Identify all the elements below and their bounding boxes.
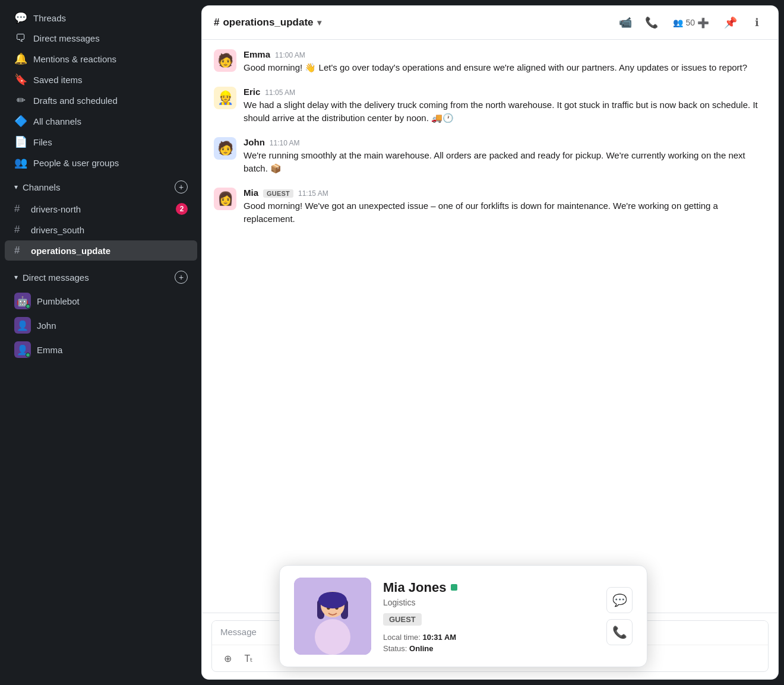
add-channel-button[interactable]: + — [175, 180, 188, 194]
channels-section-header[interactable]: ▾ Channels + — [5, 176, 197, 198]
phone-call-button[interactable]: 📞 — [642, 13, 661, 32]
members-icon: 👥 — [673, 18, 683, 27]
info-button[interactable]: ℹ — [747, 13, 766, 32]
sidebar-item-label: Saved items — [33, 75, 83, 85]
message-avatar: 🧑 — [214, 49, 236, 72]
pin-button[interactable]: 📌 — [721, 13, 740, 32]
message: 👷 Eric 11:05 AM We had a slight delay wi… — [214, 87, 766, 125]
unread-badge: 2 — [176, 203, 188, 215]
channels-section-label: Channels — [23, 182, 60, 192]
sidebar-item-label: Mentions & reactions — [33, 54, 116, 64]
threads-icon: 💬 — [14, 11, 27, 24]
svg-point-6 — [315, 619, 350, 655]
add-member-icon: ➕ — [697, 17, 709, 28]
dm-name: John — [37, 321, 56, 331]
sidebar: 💬 Threads 🗨 Direct messages 🔔 Mentions &… — [0, 0, 202, 685]
sidebar-item-all-channels[interactable]: 🔷 All channels — [5, 111, 197, 131]
online-dot — [26, 353, 30, 357]
profile-actions: 💬 📞 — [606, 587, 633, 645]
message-time: 11:10 AM — [270, 139, 300, 147]
sidebar-item-label: Files — [33, 137, 52, 147]
message-body: Eric 11:05 AM We had a slight delay with… — [244, 87, 766, 125]
status-value: Online — [409, 644, 433, 653]
message: 🧑 Emma 11:00 AM Good morning! 👋 Let's go… — [214, 49, 766, 75]
message-body: John 11:10 AM We're running smoothly at … — [244, 137, 766, 176]
message-time: 11:00 AM — [275, 51, 305, 59]
message-author: Eric — [244, 87, 260, 97]
profile-local-time: Local time: 10:31 AM — [383, 633, 595, 642]
profile-guest-badge: GUEST — [383, 613, 422, 626]
dm-section-header[interactable]: ▾ Direct messages + — [5, 266, 197, 288]
sidebar-item-mentions-reactions[interactable]: 🔔 Mentions & reactions — [5, 49, 197, 69]
message-avatar: 👷 — [214, 87, 236, 109]
sidebar-item-saved-items[interactable]: 🔖 Saved items — [5, 69, 197, 90]
profile-status: Status: Online — [383, 644, 595, 653]
channel-title[interactable]: # operations_update ▾ — [214, 17, 321, 28]
channel-name-label: operations_update — [31, 246, 188, 256]
channel-dropdown-icon: ▾ — [317, 18, 321, 27]
message-body: Emma 11:00 AM Good morning! 👋 Let's go o… — [244, 49, 766, 75]
saved-items-icon: 🔖 — [14, 73, 27, 86]
message-time: 11:15 AM — [298, 189, 328, 198]
message-text: We had a slight delay with the delivery … — [244, 99, 766, 125]
sidebar-item-label: People & user groups — [33, 158, 119, 168]
message-author: Emma — [244, 49, 270, 59]
sidebar-item-label: All channels — [33, 116, 81, 126]
message-text: Good morning! We've got an unexpected is… — [244, 199, 766, 226]
dm-avatar: 🤖 — [14, 293, 31, 309]
profile-avatar — [294, 578, 371, 655]
sidebar-item-threads[interactable]: 💬 Threads — [5, 8, 197, 28]
message-time: 11:05 AM — [265, 88, 295, 97]
local-time-value: 10:31 AM — [423, 633, 457, 642]
main-content: # operations_update ▾ 📹 📞 👥 50 ➕ 📌 ℹ 🧑 E… — [202, 6, 778, 679]
guest-badge: GUEST — [263, 189, 293, 198]
mentions-reactions-icon: 🔔 — [14, 52, 27, 65]
channel-hash-icon: # — [14, 203, 25, 215]
channel-hash-icon: # — [14, 224, 25, 236]
channel-item-operations-update[interactable]: # operations_update — [5, 240, 197, 261]
message-body: Mia GUEST 11:15 AM Good morning! We've g… — [244, 188, 766, 226]
channel-name-label: drivers_south — [31, 225, 188, 235]
video-call-button[interactable]: 📹 — [616, 13, 635, 32]
people-user-groups-icon: 👥 — [14, 156, 27, 169]
dm-item-john[interactable]: 👤 John — [5, 313, 197, 337]
format-text-button[interactable]: Tₜ — [241, 650, 257, 667]
profile-full-name: Mia Jones — [383, 580, 446, 595]
status-label: Status: — [383, 644, 407, 653]
dm-item-pumblebot[interactable]: 🤖 Pumblebot — [5, 289, 197, 313]
channel-name: operations_update — [223, 17, 313, 28]
sidebar-item-drafts-scheduled[interactable]: ✏ Drafts and scheduled — [5, 90, 197, 110]
channel-hash-icon: # — [14, 245, 25, 256]
message-avatar: 👩 — [214, 188, 236, 210]
channel-name-label: drivers-north — [31, 204, 170, 214]
profile-info: Mia Jones Logistics GUEST Local time: 10… — [383, 580, 595, 653]
profile-name-row: Mia Jones — [383, 580, 595, 595]
all-channels-icon: 🔷 — [14, 115, 27, 128]
channel-header: # operations_update ▾ 📹 📞 👥 50 ➕ 📌 ℹ — [202, 6, 778, 40]
channel-item-drivers-south[interactable]: # drivers_south — [5, 220, 197, 240]
dm-item-emma[interactable]: 👤 Emma — [5, 338, 197, 361]
files-icon: 📄 — [14, 135, 27, 148]
sidebar-item-files[interactable]: 📄 Files — [5, 132, 197, 152]
channel-item-drivers-north[interactable]: # drivers-north 2 — [5, 199, 197, 219]
dm-name: Emma — [37, 345, 62, 355]
send-message-button[interactable]: 💬 — [606, 587, 633, 613]
online-status-indicator — [451, 584, 457, 591]
attach-button[interactable]: ⊕ — [219, 650, 236, 667]
drafts-scheduled-icon: ✏ — [14, 94, 27, 107]
message-author: John — [244, 137, 265, 147]
call-button[interactable]: 📞 — [606, 619, 633, 645]
sidebar-item-label: Direct messages — [33, 33, 100, 43]
user-profile-popup: Mia Jones Logistics GUEST Local time: 10… — [279, 565, 647, 667]
sidebar-item-direct-messages[interactable]: 🗨 Direct messages — [5, 28, 197, 48]
dm-avatar: 👤 — [14, 317, 31, 334]
message: 🧑 John 11:10 AM We're running smoothly a… — [214, 137, 766, 176]
dm-name: Pumblebot — [37, 296, 80, 306]
dm-section-label: Direct messages — [23, 272, 89, 283]
message: 👩 Mia GUEST 11:15 AM Good morning! We've… — [214, 188, 766, 226]
sidebar-item-people-user-groups[interactable]: 👥 People & user groups — [5, 153, 197, 173]
profile-department: Logistics — [383, 598, 595, 607]
member-count-button[interactable]: 👥 50 ➕ — [668, 15, 714, 31]
message-avatar: 🧑 — [214, 137, 236, 160]
add-dm-button[interactable]: + — [175, 271, 188, 284]
